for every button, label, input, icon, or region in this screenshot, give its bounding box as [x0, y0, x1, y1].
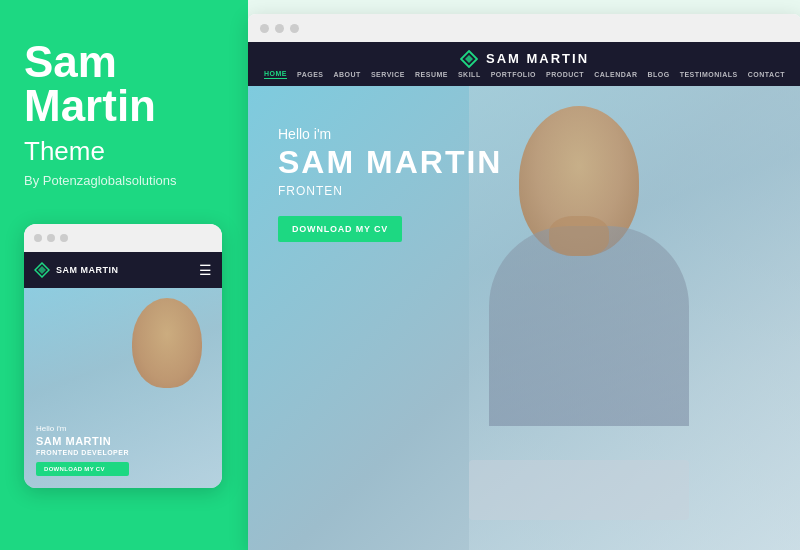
- mobile-nav: SAM MARTIN ☰: [24, 252, 222, 288]
- nav-link-testimonials[interactable]: TESTIMONIALS: [680, 71, 738, 78]
- hero-hello: Hello i'm: [278, 126, 502, 142]
- nav-link-pages[interactable]: PAGES: [297, 71, 324, 78]
- hero-role: FRONTEN: [278, 184, 502, 198]
- nav-link-calendar[interactable]: CALENDAR: [594, 71, 637, 78]
- nav-link-resume[interactable]: RESUME: [415, 71, 448, 78]
- nav-link-about[interactable]: ABOUT: [334, 71, 361, 78]
- mobile-hero: Hello i'm SAM MARTIN FRONTEND DEVELOPER …: [24, 288, 222, 488]
- desktop-dot-1: [260, 24, 269, 33]
- desktop-nav: SAM MARTIN HOME PAGES ABOUT SERVICE RESU…: [248, 42, 800, 86]
- desktop-dot-2: [275, 24, 284, 33]
- desktop-dot-3: [290, 24, 299, 33]
- diamond-icon-desktop: [460, 50, 478, 68]
- hero-text: Hello i'm SAM MARTIN FRONTEN DOWNLOAD MY…: [278, 126, 502, 242]
- nav-link-blog[interactable]: BLOG: [647, 71, 669, 78]
- mobile-hero-name: SAM MARTIN: [36, 435, 129, 447]
- nav-link-contact[interactable]: CONTACT: [748, 71, 785, 78]
- window-dot-2: [47, 234, 55, 242]
- mobile-logo: SAM MARTIN: [34, 262, 119, 278]
- mobile-hero-role: FRONTEND DEVELOPER: [36, 449, 129, 456]
- hero-laptop: [469, 460, 689, 520]
- mobile-download-btn[interactable]: DOWNLOAD MY CV: [36, 462, 129, 476]
- desktop-preview-card: SAM MARTIN HOME PAGES ABOUT SERVICE RESU…: [248, 14, 800, 550]
- hamburger-icon[interactable]: ☰: [199, 262, 212, 278]
- desktop-nav-brand: SAM MARTIN: [486, 51, 589, 66]
- hero-hand: [549, 216, 609, 256]
- nav-link-home[interactable]: HOME: [264, 70, 287, 79]
- mobile-window-bar: [24, 224, 222, 252]
- mobile-hero-text: Hello i'm SAM MARTIN FRONTEND DEVELOPER …: [36, 424, 129, 476]
- desktop-hero: Hello i'm SAM MARTIN FRONTEN DOWNLOAD MY…: [248, 86, 800, 550]
- mobile-hello: Hello i'm: [36, 424, 129, 433]
- svg-marker-3: [465, 55, 473, 63]
- hero-body: [489, 226, 689, 426]
- mobile-nav-brand: SAM MARTIN: [56, 265, 119, 275]
- svg-marker-1: [38, 266, 46, 274]
- mobile-preview-card: SAM MARTIN ☰ Hello i'm SAM MARTIN FRONTE…: [24, 224, 222, 488]
- hero-download-btn[interactable]: DOWNLOAD MY CV: [278, 216, 402, 242]
- theme-subtitle: Theme: [24, 136, 105, 167]
- theme-by: By Potenzaglobalsolutions: [24, 173, 177, 188]
- right-panel: SAM MARTIN HOME PAGES ABOUT SERVICE RESU…: [248, 0, 800, 550]
- theme-title: Sam Martin: [24, 40, 156, 128]
- mobile-person-face: [132, 298, 202, 388]
- hero-person-area: [469, 86, 800, 550]
- left-panel: Sam Martin Theme By Potenzaglobalsolutio…: [0, 0, 248, 550]
- nav-link-skill[interactable]: SKILL: [458, 71, 481, 78]
- desktop-nav-brand-row: SAM MARTIN: [460, 50, 589, 68]
- nav-link-portfolio[interactable]: PORTFOLIO: [491, 71, 536, 78]
- desktop-window-bar: [248, 14, 800, 42]
- window-dot-3: [60, 234, 68, 242]
- desktop-nav-links: HOME PAGES ABOUT SERVICE RESUME SKILL PO…: [264, 70, 785, 79]
- nav-link-service[interactable]: SERVICE: [371, 71, 405, 78]
- window-dot-1: [34, 234, 42, 242]
- hero-name: SAM MARTIN: [278, 146, 502, 178]
- diamond-icon-mobile: [34, 262, 50, 278]
- nav-link-product[interactable]: PRODUCT: [546, 71, 584, 78]
